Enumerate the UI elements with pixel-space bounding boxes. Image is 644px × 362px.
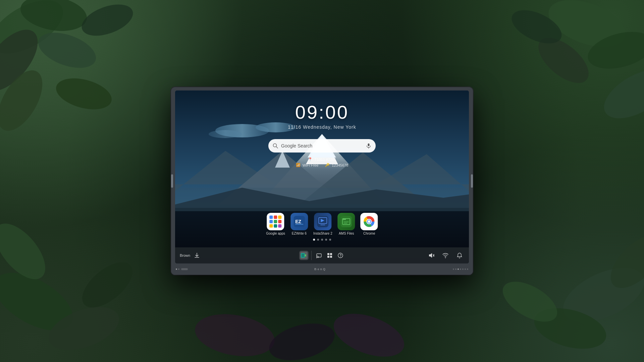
info-row: 📍 T1011 #7281 📶 WiFi Free 🔑 12345678	[296, 157, 348, 167]
password-info: 🔑 12345678	[325, 163, 348, 167]
svg-rect-66	[327, 253, 329, 255]
mute-icon[interactable]	[427, 251, 436, 260]
time-display: 09:00 11/16 Wednesday, New York	[288, 101, 356, 130]
bottom-dot	[453, 268, 454, 270]
monitor: 09:00 11/16 Wednesday, New York Google S…	[171, 87, 473, 275]
app-ezwrite[interactable]: EZ EZWrite 6	[290, 213, 308, 235]
wifi-status-icon[interactable]	[441, 251, 450, 260]
svg-text:?: ?	[339, 254, 341, 257]
svg-point-65	[316, 257, 317, 258]
app-chrome[interactable]: Chrome	[361, 213, 378, 235]
svg-rect-40	[368, 143, 370, 146]
chrome-icon	[361, 213, 378, 230]
svg-point-75	[445, 257, 446, 258]
dot-4	[325, 239, 327, 241]
app-ams[interactable]: AMS Files	[338, 213, 355, 235]
chrome-label: Chrome	[363, 232, 375, 235]
svg-text:EZ: EZ	[295, 219, 301, 224]
page-dots	[313, 239, 331, 241]
app-instashare[interactable]: InstaShare 2	[313, 213, 332, 235]
room-id: T1011 #7281	[315, 158, 336, 162]
monitor-screen: 09:00 11/16 Wednesday, New York Google S…	[175, 90, 469, 263]
bottom-dot	[460, 268, 461, 270]
help-icon[interactable]: ?	[336, 251, 345, 260]
ams-icon	[338, 213, 355, 230]
google-meet-icon[interactable]	[299, 251, 309, 260]
app-dock: Google apps EZ EZWrite 6	[266, 213, 378, 241]
instashare-label: InstaShare 2	[313, 232, 332, 235]
bottom-dot	[458, 268, 459, 270]
svg-rect-61	[302, 254, 304, 257]
cast-icon[interactable]	[314, 251, 324, 260]
apps-grid-icon[interactable]	[325, 251, 334, 260]
notification-icon[interactable]	[455, 251, 464, 260]
ams-label: AMS Files	[339, 232, 354, 235]
taskbar-left: Brown	[180, 251, 299, 260]
ezwrite-icon: EZ	[290, 213, 308, 230]
taskbar-center: ?	[299, 251, 345, 260]
wifi-label: WiFi Free	[303, 163, 319, 167]
password-value: 12345678	[332, 163, 348, 167]
left-scroll-arrow[interactable]	[171, 174, 173, 188]
svg-marker-72	[429, 253, 432, 258]
dot-3	[321, 239, 323, 241]
bottom-dot	[467, 268, 468, 270]
svg-rect-44	[295, 224, 303, 225]
svg-rect-69	[330, 256, 332, 258]
svg-rect-51	[343, 219, 346, 220]
bottom-indicator	[181, 268, 188, 270]
date-location: 11/16 Wednesday, New York	[288, 124, 356, 130]
bottom-dot	[465, 268, 466, 270]
search-placeholder: Google Search	[281, 143, 363, 148]
ezwrite-label: EZWrite 6	[292, 232, 307, 235]
taskbar: Brown	[175, 247, 469, 263]
search-container: Google Search	[268, 139, 376, 153]
location-icon: 📍	[308, 157, 313, 162]
wifi-icon: 📶	[296, 163, 301, 167]
svg-rect-64	[317, 254, 321, 257]
mic-icon[interactable]	[366, 143, 372, 149]
network-info: 📶 WiFi Free 🔑 12345678	[296, 163, 348, 167]
dot-1	[313, 239, 315, 241]
monitor-bottom-bar: BenQ	[171, 263, 473, 275]
app-google-apps[interactable]: Google apps	[266, 213, 285, 235]
instashare-icon	[314, 213, 331, 230]
user-name: Brown	[180, 253, 190, 257]
dot-2	[317, 239, 319, 241]
svg-rect-48	[320, 225, 325, 225]
bottom-dot	[178, 268, 179, 270]
search-bar[interactable]: Google Search	[268, 139, 376, 153]
svg-rect-67	[330, 253, 332, 255]
google-apps-icon	[267, 213, 284, 230]
svg-rect-68	[327, 256, 329, 258]
taskbar-divider	[311, 251, 312, 260]
clock: 09:00	[288, 101, 356, 123]
svg-line-39	[276, 147, 278, 148]
bottom-dot	[176, 268, 177, 270]
taskbar-right	[345, 251, 465, 260]
app-icons-row: Google apps EZ EZWrite 6	[266, 213, 378, 235]
bottom-dots-left	[176, 268, 188, 270]
screen-content: 09:00 11/16 Wednesday, New York Google S…	[175, 90, 469, 263]
search-icon	[272, 143, 278, 149]
benq-brand: BenQ	[314, 267, 326, 271]
room-info: 📍 T1011 #7281	[308, 157, 336, 162]
wifi-info: 📶 WiFi Free	[296, 163, 319, 167]
bottom-dot	[462, 268, 464, 270]
right-scroll-arrow[interactable]	[471, 174, 473, 188]
key-icon: 🔑	[325, 163, 330, 167]
svg-point-57	[368, 220, 371, 223]
bottom-dots-right	[453, 268, 468, 270]
google-apps-label: Google apps	[266, 232, 285, 235]
dot-5	[329, 239, 331, 241]
download-icon[interactable]	[192, 251, 202, 260]
bottom-dot	[455, 268, 457, 270]
